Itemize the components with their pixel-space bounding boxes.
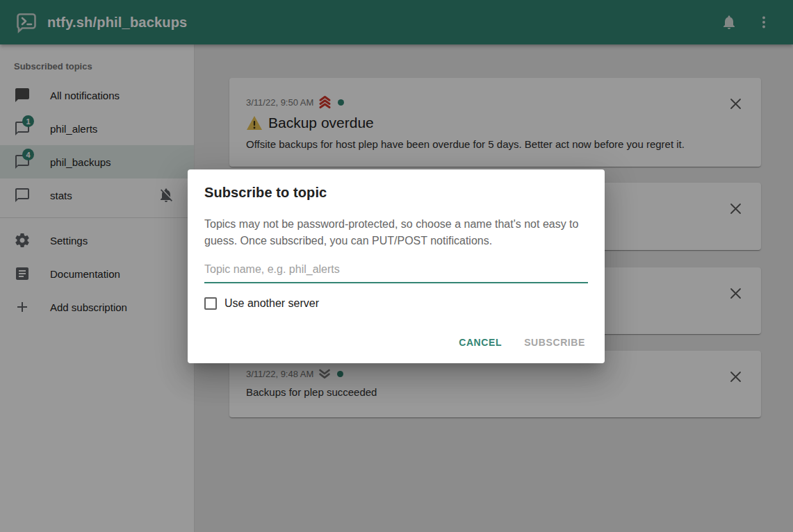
use-another-server-label: Use another server [224, 297, 319, 310]
cancel-button[interactable]: CANCEL [450, 331, 510, 354]
use-another-server-checkbox[interactable]: Use another server [204, 297, 588, 310]
subscribe-dialog: Subscribe to topic Topics may not be pas… [188, 169, 605, 363]
topic-name-input[interactable] [204, 259, 588, 283]
subscribe-button[interactable]: SUBSCRIBE [516, 331, 594, 354]
dialog-title: Subscribe to topic [204, 185, 588, 201]
checkbox-icon[interactable] [204, 297, 217, 310]
dialog-description: Topics may not be password-protected, so… [204, 216, 588, 249]
app-root: ntfy.sh/phil_backups Subscribed topics A… [0, 0, 793, 532]
dialog-actions: CANCEL SUBSCRIBE [450, 331, 594, 354]
